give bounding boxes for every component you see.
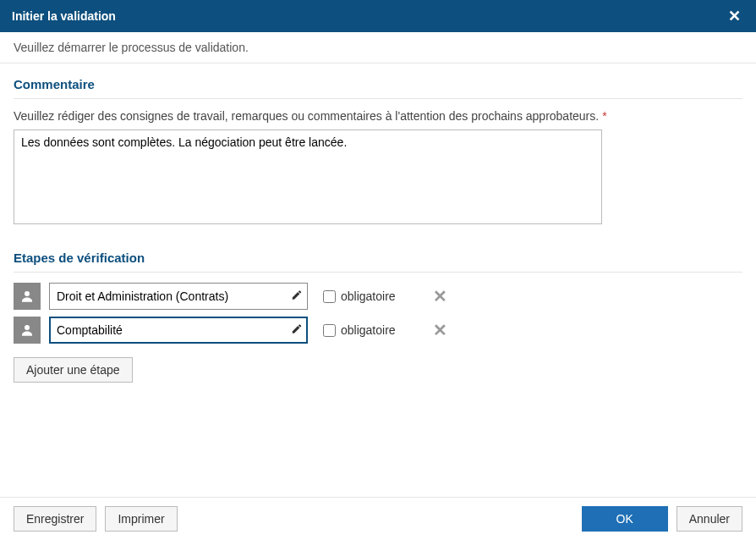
add-step-button[interactable]: Ajouter une étape: [14, 357, 133, 383]
close-icon[interactable]: ✕: [725, 7, 744, 25]
step-row: obligatoire ✕: [14, 317, 742, 344]
footer-left: Enregistrer Imprimer: [14, 506, 178, 532]
steps-heading: Etapes de vérification: [14, 251, 742, 273]
step-input-wrap: [49, 283, 308, 310]
remove-step-icon[interactable]: ✕: [430, 322, 451, 339]
comment-textarea[interactable]: [14, 129, 602, 224]
mandatory-label: obligatoire: [341, 289, 396, 303]
pencil-icon[interactable]: [291, 323, 303, 338]
step-input[interactable]: [49, 317, 308, 344]
person-icon[interactable]: [14, 317, 41, 344]
save-button[interactable]: Enregistrer: [14, 506, 96, 532]
cancel-button[interactable]: Annuler: [677, 506, 742, 532]
required-indicator: *: [602, 109, 606, 123]
dialog-subtitle: Veuillez démarrer le processus de valida…: [0, 32, 756, 63]
footer-right: OK Annuler: [582, 506, 743, 532]
mandatory-checkbox-wrap[interactable]: obligatoire: [323, 323, 396, 337]
svg-point-1: [25, 325, 30, 330]
comment-heading: Commentaire: [14, 77, 742, 99]
dialog-content: Commentaire Veuillez rédiger des consign…: [0, 63, 756, 497]
mandatory-checkbox[interactable]: [323, 290, 336, 303]
comment-label: Veuillez rédiger des consignes de travai…: [14, 109, 742, 123]
dialog-titlebar: Initier la validation ✕: [0, 0, 756, 32]
person-icon[interactable]: [14, 283, 41, 310]
mandatory-label: obligatoire: [341, 323, 396, 337]
dialog-title: Initier la validation: [12, 9, 116, 23]
remove-step-icon[interactable]: ✕: [430, 288, 451, 305]
step-input-wrap: [49, 317, 308, 344]
dialog-footer: Enregistrer Imprimer OK Annuler: [0, 497, 756, 540]
pencil-icon[interactable]: [291, 289, 303, 304]
mandatory-checkbox-wrap[interactable]: obligatoire: [323, 289, 396, 303]
ok-button[interactable]: OK: [582, 506, 668, 532]
svg-point-0: [25, 291, 30, 296]
steps-list: obligatoire ✕ obligatoire ✕: [14, 283, 742, 344]
step-input[interactable]: [49, 283, 308, 310]
comment-label-text: Veuillez rédiger des consignes de travai…: [14, 109, 599, 123]
print-button[interactable]: Imprimer: [105, 506, 177, 532]
mandatory-checkbox[interactable]: [323, 324, 336, 337]
step-row: obligatoire ✕: [14, 283, 742, 310]
